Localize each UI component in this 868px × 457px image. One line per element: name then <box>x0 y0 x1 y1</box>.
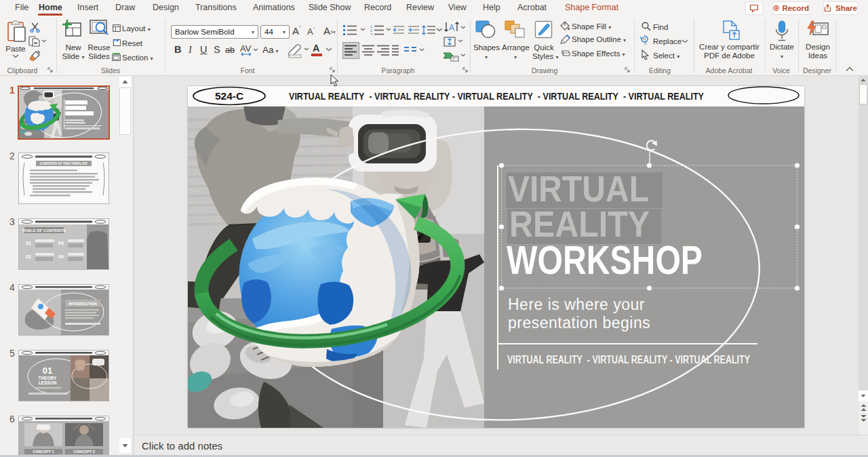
svg-text:CONCEPT 2: CONCEPT 2 <box>73 450 94 454</box>
svg-text:AV: AV <box>240 43 252 54</box>
svg-text:02: 02 <box>26 254 31 259</box>
svg-text:TABLE OF CONTENTS: TABLE OF CONTENTS <box>22 228 66 233</box>
svg-text:03: 03 <box>58 241 64 245</box>
svg-text:c: c <box>644 41 647 45</box>
svg-text:WORKSHOP: WORKSHOP <box>507 237 703 283</box>
svg-text:INTRODUCTION: INTRODUCTION <box>68 302 97 306</box>
svg-text:VIRTUAL REALITY - VIRTUAL REA: VIRTUAL REALITY - VIRTUAL REALITY - VIRT… <box>289 90 704 102</box>
svg-text:CONCEPT 1: CONCEPT 1 <box>33 450 54 454</box>
svg-text:01: 01 <box>43 365 52 376</box>
svg-text:01: 01 <box>26 241 31 245</box>
svg-text:A: A <box>449 23 454 33</box>
svg-text:CONTENTS OF THIS TEMPLATE: CONTENTS OF THIS TEMPLATE <box>40 162 87 165</box>
svg-text:524-C: 524-C <box>215 90 243 102</box>
svg-text:LESSON: LESSON <box>39 380 57 385</box>
svg-text:VIRTUAL: VIRTUAL <box>508 168 649 209</box>
svg-text:presentation begins: presentation begins <box>508 314 650 332</box>
svg-text:Here is where your: Here is where your <box>508 296 645 313</box>
svg-text:3: 3 <box>370 33 372 36</box>
svg-text:THEORY: THEORY <box>39 376 58 380</box>
svg-text:VIRTUAL REALITY - VIRTUAL REA: VIRTUAL REALITY - VIRTUAL REALITY - VIRT… <box>507 354 750 365</box>
svg-text:04: 04 <box>58 254 64 259</box>
